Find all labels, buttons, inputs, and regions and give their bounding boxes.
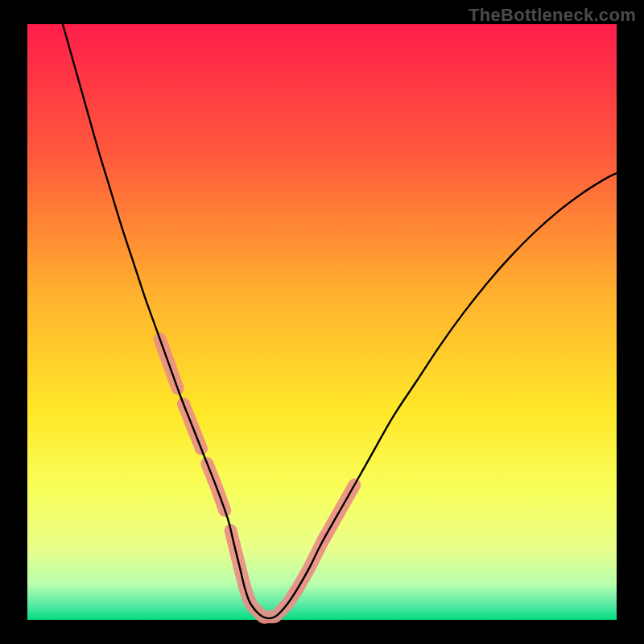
plot-area (27, 24, 617, 620)
chart-svg (0, 0, 644, 644)
watermark-text: TheBottleneck.com (469, 5, 636, 26)
chart-frame: TheBottleneck.com (0, 0, 644, 644)
